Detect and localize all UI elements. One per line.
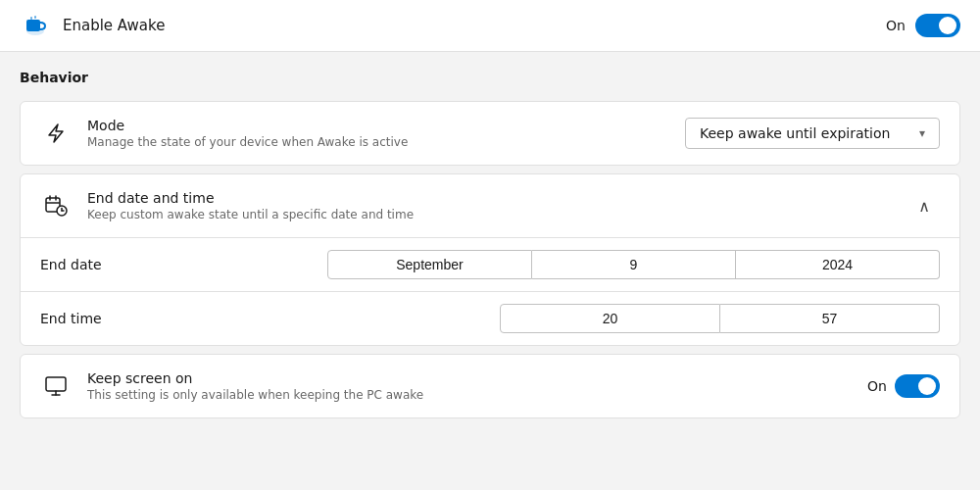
end-time-inputs (500, 304, 940, 333)
end-date-inputs (327, 250, 940, 279)
end-datetime-icon (40, 190, 72, 221)
svg-rect-2 (30, 17, 32, 20)
enable-awake-status: On (886, 18, 906, 33)
keep-screen-title: Keep screen on (87, 370, 852, 386)
chevron-up-icon: ∧ (918, 197, 930, 216)
enable-awake-toggle[interactable] (915, 14, 960, 37)
mode-card: Mode Manage the state of your device whe… (20, 101, 960, 166)
keep-screen-text: Keep screen on This setting is only avai… (87, 370, 852, 402)
end-time-hour-input[interactable] (500, 304, 720, 333)
end-date-row: End date (21, 237, 959, 291)
end-datetime-header: End date and time Keep custom awake stat… (21, 174, 959, 237)
svg-rect-11 (46, 377, 66, 391)
collapse-button[interactable]: ∧ (908, 190, 940, 221)
end-datetime-text: End date and time Keep custom awake stat… (87, 190, 893, 221)
end-date-month-input[interactable] (327, 250, 532, 279)
monitor-icon (40, 370, 72, 402)
enable-awake-label: Enable Awake (63, 17, 165, 34)
mode-title: Mode (87, 118, 669, 133)
end-date-day-input[interactable] (532, 250, 736, 279)
keep-screen-toggle[interactable] (895, 374, 940, 398)
end-date-year-input[interactable] (736, 250, 940, 279)
keep-screen-subtitle: This setting is only available when keep… (87, 388, 852, 402)
behavior-title: Behavior (20, 70, 88, 85)
enable-awake-row: Enable Awake On (0, 0, 980, 52)
svg-rect-1 (26, 20, 40, 31)
mode-icon (40, 118, 72, 149)
end-time-row: End time (21, 291, 959, 345)
keep-screen-card: Keep screen on This setting is only avai… (20, 354, 960, 418)
end-date-label: End date (40, 257, 138, 272)
end-datetime-subtitle: Keep custom awake state until a specific… (87, 208, 893, 221)
svg-rect-3 (34, 16, 36, 19)
end-time-label: End time (40, 311, 138, 326)
end-datetime-card: End date and time Keep custom awake stat… (20, 173, 960, 346)
end-time-minute-input[interactable] (720, 304, 940, 333)
end-datetime-title: End date and time (87, 190, 893, 206)
mode-dropdown-value: Keep awake until expiration (700, 125, 890, 141)
behavior-section: Behavior (0, 52, 980, 93)
keep-screen-status: On (867, 378, 887, 394)
chevron-down-icon: ▾ (919, 126, 925, 140)
mode-subtitle: Manage the state of your device when Awa… (87, 135, 669, 149)
mode-dropdown[interactable]: Keep awake until expiration ▾ (685, 118, 940, 149)
awake-icon (20, 10, 51, 41)
mode-card-text: Mode Manage the state of your device whe… (87, 118, 669, 149)
